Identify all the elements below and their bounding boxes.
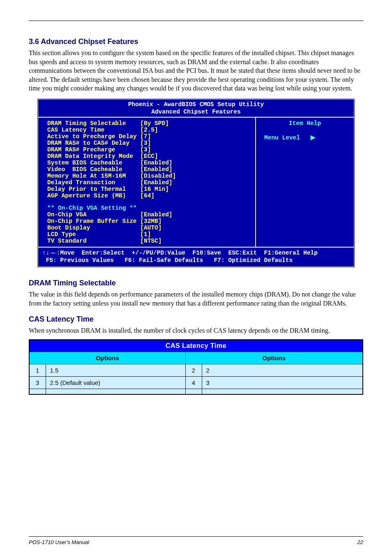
bios-setting-row[interactable]: Video BIOS Cacheable [Enabled]	[47, 166, 255, 173]
option-index: 1	[29, 364, 46, 377]
option-value: 3	[202, 377, 363, 389]
heading-advanced-chipset: 3.6 Advanced Chipset Features	[29, 37, 363, 46]
bios-setting-row[interactable]: On-Chip Frame Buffer Size [32MB]	[47, 218, 255, 225]
setting-label: DRAM Timing Selectable	[47, 120, 137, 127]
option-index	[29, 389, 46, 395]
table-header-row: Options Options	[29, 352, 363, 364]
setting-value: [Enabled]	[140, 179, 172, 186]
option-index: 3	[29, 377, 46, 389]
setting-label: On-Chip Frame Buffer Size	[47, 218, 137, 225]
bios-setting-row[interactable]: Active to Precharge Delay [7]	[47, 133, 255, 140]
option-value	[46, 389, 185, 395]
bios-footer-line2: F5: Previous Values F6: Fail-Safe Defaul…	[42, 257, 293, 264]
bios-setting-row[interactable]: AGP Aperture Size (MB) [64]	[47, 192, 255, 199]
bios-body: DRAM Timing Selectable [By SPD] CAS Late…	[38, 118, 354, 247]
bios-setting-row[interactable]: Delayed Transaction [Enabled]	[47, 179, 255, 186]
setting-value: [3]	[140, 140, 151, 146]
setting-value: [By SPD]	[140, 120, 169, 127]
setting-label: System BIOS Cacheable	[47, 160, 137, 166]
table-header-options-left: Options	[29, 352, 185, 364]
setting-label: TV Standard	[47, 238, 137, 244]
setting-label: DRAM Data Integrity Mode	[47, 153, 137, 160]
setting-label: Video BIOS Cacheable	[47, 166, 137, 173]
bios-left-panel: DRAM Timing Selectable [By SPD] CAS Late…	[38, 118, 256, 247]
setting-value: [Enabled]	[140, 166, 172, 173]
bios-setting-row[interactable]: DRAM Data Integrity Mode [ECC]	[47, 153, 255, 160]
bios-frame: Phoenix - AwardBIOS CMOS Setup Utility A…	[37, 98, 355, 268]
setting-label: DRAM RAS# to CAS# Delay	[47, 140, 137, 146]
bios-setting-row[interactable]: DRAM Timing Selectable [By SPD]	[47, 120, 255, 127]
chevron-right-icon: ▶	[311, 134, 316, 141]
bios-setting-row[interactable]: TV Standard [NTSC]	[47, 238, 255, 244]
setting-label: Active to Precharge Delay	[47, 133, 137, 140]
item-help-title: Item Help	[258, 120, 351, 127]
bios-section-header: ** On-Chip VGA Setting **	[47, 205, 255, 211]
setting-label: CAS Latency Time	[47, 127, 137, 133]
option-value: 2	[202, 364, 363, 377]
table-row: 1 1.5 2 2	[29, 364, 363, 377]
setting-label: Boot Display	[47, 225, 137, 231]
intro-paragraph: This section allows you to configure the…	[29, 49, 363, 93]
menu-level: Menu Level ▶	[258, 134, 351, 141]
setting-label: DRAM RAS# Precharge	[47, 146, 137, 153]
dram-timing-paragraph: The value in this field depends on perfo…	[29, 290, 363, 308]
cas-latency-paragraph: When synchronous DRAM is installed, the …	[29, 326, 363, 335]
option-index: 4	[185, 377, 202, 389]
setting-value: [Enabled]	[140, 211, 172, 218]
setting-label: On-Chip VGA	[47, 211, 137, 218]
document-page: 3.6 Advanced Chipset Features This secti…	[0, 0, 392, 411]
cas-latency-options-table: CAS Latency Time Options Options 1 1.5 2…	[29, 339, 363, 395]
footer-line: POS-1710 User's Manual 22	[29, 536, 363, 545]
setting-value: [7]	[140, 133, 151, 140]
setting-value: [Enabled]	[140, 160, 172, 166]
table-header-options-right: Options	[185, 352, 363, 364]
bios-setting-row[interactable]: System BIOS Cacheable [Enabled]	[47, 160, 255, 166]
setting-value: [16 Min]	[140, 186, 169, 192]
table-title: CAS Latency Time	[29, 340, 363, 352]
setting-value: [Disabled]	[140, 173, 176, 179]
setting-label: LCD Type	[47, 231, 137, 238]
bios-setting-row[interactable]: CAS Latency Time [2.5]	[47, 127, 255, 133]
bios-setting-row[interactable]: On-Chip VGA [Enabled]	[47, 211, 255, 218]
bios-subtitle: Advanced Chipset Features	[38, 109, 354, 117]
bios-footer: ↑↓→←:Move Enter:Select +/-/PU/PD:Value F…	[38, 248, 354, 266]
bios-setting-row[interactable]: DRAM RAS# Precharge [3]	[47, 146, 255, 153]
setting-value: [AUTO]	[140, 225, 161, 231]
option-index	[185, 389, 202, 395]
heading-dram-timing: DRAM Timing Selectable	[29, 279, 363, 287]
setting-value: [1]	[140, 231, 151, 238]
footer-page-number: 22	[357, 539, 363, 545]
bios-setting-row[interactable]: DRAM RAS# to CAS# Delay [3]	[47, 140, 255, 146]
bios-setting-row[interactable]: Memory Hole At 15M-16M [Disabled]	[47, 173, 255, 179]
setting-value: [ECC]	[140, 153, 158, 160]
option-value	[202, 389, 363, 395]
spacer	[47, 199, 255, 205]
bios-setting-row[interactable]: LCD Type [1]	[47, 231, 255, 238]
option-value: 1.5	[46, 364, 185, 377]
bios-setting-row[interactable]: Boot Display [AUTO]	[47, 225, 255, 231]
footer-left: POS-1710 User's Manual	[29, 539, 89, 545]
setting-value: [2.5]	[140, 127, 158, 133]
option-value: 2.5 (Default value)	[46, 377, 185, 389]
bios-setting-row[interactable]: Delay Prior to Thermal [16 Min]	[47, 186, 255, 192]
horizontal-rule-top	[29, 21, 363, 21]
setting-value: [32MB]	[140, 218, 161, 225]
bios-screenshot: Phoenix - AwardBIOS CMOS Setup Utility A…	[36, 97, 356, 269]
bios-help-panel: Item Help Menu Level ▶	[256, 118, 354, 247]
table-row: 3 2.5 (Default value) 4 3	[29, 377, 363, 389]
setting-label: Delay Prior to Thermal	[47, 186, 137, 192]
bios-footer-line1: ↑↓→←:Move Enter:Select +/-/PU/PD:Value F…	[42, 250, 318, 256]
setting-value: [3]	[140, 146, 151, 153]
menu-level-label: Menu Level	[264, 134, 300, 141]
setting-value: [64]	[140, 192, 154, 199]
table-row	[29, 389, 363, 395]
setting-label: AGP Aperture Size (MB)	[47, 192, 137, 199]
bios-title: Phoenix - AwardBIOS CMOS Setup Utility	[38, 100, 354, 109]
setting-value: [NTSC]	[140, 238, 161, 244]
option-index: 2	[185, 364, 202, 377]
setting-label: Delayed Transaction	[47, 179, 137, 186]
page-footer: POS-1710 User's Manual 22	[29, 536, 363, 545]
heading-cas-latency: CAS Latency Time	[29, 315, 363, 324]
table-title-row: CAS Latency Time	[29, 340, 363, 352]
setting-label: Memory Hole At 15M-16M	[47, 173, 137, 179]
